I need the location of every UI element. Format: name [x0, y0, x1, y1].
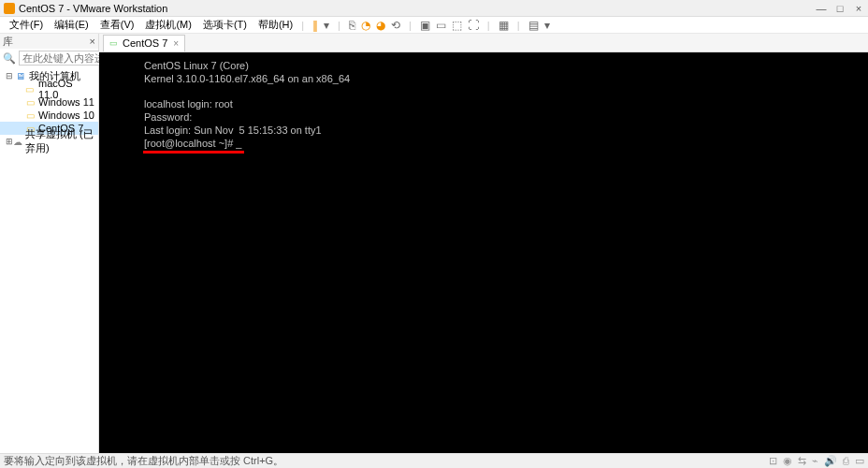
expand-icon[interactable]: ⊞: [6, 137, 13, 146]
device-usb-icon[interactable]: ⌁: [812, 455, 818, 467]
collapse-icon[interactable]: ⊟: [6, 71, 15, 80]
fullscreen-icon[interactable]: ⛶: [468, 19, 479, 32]
sidebar-search: 🔍 ▾: [0, 49, 98, 67]
layout-1-icon[interactable]: ▣: [420, 19, 430, 32]
tab-centos7[interactable]: ▭ CentOS 7 ×: [103, 35, 185, 51]
app-icon: [4, 3, 15, 14]
vm-console[interactable]: CentOS Linux 7 (Core) Kernel 3.10.0-1160…: [99, 52, 868, 453]
menubar: 文件(F) 编辑(E) 查看(V) 虚拟机(M) 选项卡(T) 帮助(H) | …: [0, 17, 868, 34]
tree-item-label: Windows 10: [38, 110, 94, 121]
layout-2-icon[interactable]: ▭: [436, 19, 446, 32]
menu-tabs[interactable]: 选项卡(T): [197, 18, 253, 32]
tab-label: CentOS 7: [123, 37, 167, 49]
computer-icon: 🖥: [15, 71, 26, 80]
console-line: Last login: Sun Nov 5 15:15:33 on tty1: [144, 124, 322, 136]
shared-icon: ☁: [13, 137, 22, 146]
window-title: CentOS 7 - VMware Workstation: [19, 3, 816, 14]
titlebar: CentOS 7 - VMware Workstation — □ ×: [0, 0, 868, 17]
toolbar: ‖ ▾ | ⎘ ◔ ◕ ⟲ | ▣ ▭ ⬚ ⛶ | ▦ | ▤ ▾: [312, 19, 549, 32]
tree-shared-vms[interactable]: ⊞ ☁ 共享虚拟机 (已弃用): [0, 135, 98, 148]
menu-file[interactable]: 文件(F): [4, 18, 49, 32]
device-network-icon[interactable]: ⇆: [798, 455, 806, 467]
menu-vm[interactable]: 虚拟机(M): [139, 18, 197, 32]
search-icon: 🔍: [3, 52, 16, 65]
snapshot-manager-icon[interactable]: ◕: [376, 19, 385, 32]
console-line: CentOS Linux 7 (Core): [144, 60, 249, 71]
sidebar: 库 × 🔍 ▾ ⊟ 🖥 我的计算机 ▭ macOS 11.0 ▭ Windows…: [0, 34, 99, 453]
console-line: localhost login: root: [144, 98, 233, 110]
menu-view[interactable]: 查看(V): [94, 18, 140, 32]
maximize-button[interactable]: □: [834, 3, 846, 14]
tree-item-label: Windows 11: [38, 96, 94, 108]
cursor-icon: _: [236, 138, 241, 149]
tab-close-icon[interactable]: ×: [173, 38, 179, 49]
sidebar-tree: ⊟ 🖥 我的计算机 ▭ macOS 11.0 ▭ Windows 11 ▭ Wi…: [0, 67, 98, 150]
menu-edit[interactable]: 编辑(E): [49, 18, 94, 32]
console-line: Kernel 3.10.0-1160.el7.x86_64 on an x86_…: [144, 73, 350, 84]
device-display-icon[interactable]: ▭: [855, 455, 864, 467]
tabbar: ▭ CentOS 7 ×: [99, 34, 868, 52]
device-cd-icon[interactable]: ◉: [783, 455, 792, 467]
console-line: Password:: [144, 111, 192, 123]
tree-item-win11[interactable]: ▭ Windows 11: [0, 95, 98, 109]
sidebar-close-icon[interactable]: ×: [90, 36, 95, 47]
device-disk-icon[interactable]: ⊡: [769, 455, 777, 467]
revert-icon[interactable]: ⟲: [391, 19, 400, 32]
sidebar-title: 库: [3, 35, 13, 49]
console-prompt: [root@localhost ~]#: [144, 138, 236, 149]
dropdown2-icon[interactable]: ▾: [544, 19, 550, 32]
settings-icon[interactable]: ▤: [528, 19, 539, 32]
tree-shared-label: 共享虚拟机 (已弃用): [25, 127, 95, 155]
send-keys-icon[interactable]: ⎘: [349, 19, 355, 32]
minimize-button[interactable]: —: [816, 3, 827, 14]
pause-icon[interactable]: ‖: [312, 19, 318, 32]
power-on-icon: ▭: [109, 38, 119, 48]
status-icons: ⊡ ◉ ⇆ ⌁ 🔊 ⎙ ▭: [769, 455, 864, 467]
close-button[interactable]: ×: [853, 3, 864, 14]
device-sound-icon[interactable]: 🔊: [824, 455, 837, 467]
vm-icon: ▭: [24, 97, 36, 107]
tree-item-macos[interactable]: ▭ macOS 11.0: [0, 82, 98, 95]
statusbar: 要将输入定向到该虚拟机，请在虚拟机内部单击或按 Ctrl+G。 ⊡ ◉ ⇆ ⌁ …: [0, 453, 868, 468]
vm-icon: ▭: [24, 110, 36, 120]
layout-3-icon[interactable]: ⬚: [452, 19, 462, 32]
vm-icon: ▭: [24, 84, 36, 94]
status-text: 要将输入定向到该虚拟机，请在虚拟机内部单击或按 Ctrl+G。: [4, 454, 283, 468]
device-printer-icon[interactable]: ⎙: [843, 455, 849, 467]
tree-item-win10[interactable]: ▭ Windows 10: [0, 109, 98, 122]
main-area: ▭ CentOS 7 × CentOS Linux 7 (Core) Kerne…: [99, 34, 868, 453]
menu-help[interactable]: 帮助(H): [253, 18, 298, 32]
dropdown-icon[interactable]: ▾: [324, 19, 329, 32]
snapshot-icon[interactable]: ◔: [361, 19, 370, 32]
unity-icon[interactable]: ▦: [499, 19, 509, 32]
sidebar-header: 库 ×: [0, 34, 98, 49]
